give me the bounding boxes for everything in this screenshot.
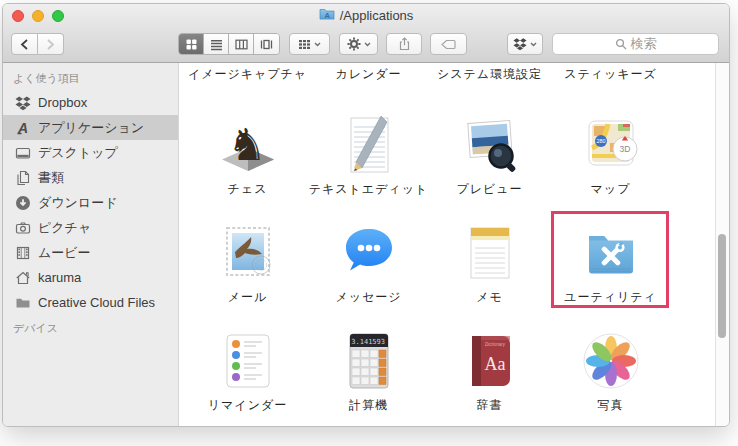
sidebar-item-label: デスクトップ [38, 144, 118, 162]
sidebar-item-label: ムービー [38, 244, 91, 262]
sidebar-item-movies[interactable]: ムービー [3, 240, 178, 265]
arrange-menu-button[interactable] [289, 33, 330, 55]
app-calculator[interactable]: 3.141593 [308, 329, 429, 413]
sidebar-item-dropbox[interactable]: Dropbox [3, 90, 178, 115]
gear-icon [347, 37, 361, 51]
app-row: リマインダー 3.141593 [187, 329, 715, 413]
coverflow-view-icon [260, 38, 273, 51]
back-button[interactable] [11, 33, 38, 55]
view-mode-segmented-control [178, 33, 280, 55]
calculator-icon: 3.141593 [337, 329, 401, 393]
sidebar-item-label: ダウンロード [38, 194, 118, 212]
chevron-down-icon [530, 42, 537, 47]
app-system-preferences[interactable]: システム環境設定 [429, 67, 550, 82]
chess-icon: ♞ [216, 113, 280, 177]
finder-window: A /Applications [2, 3, 730, 427]
icon-view-button[interactable] [179, 34, 204, 54]
sidebar-item-desktop[interactable]: デスクトップ [3, 140, 178, 165]
mail-icon [216, 221, 280, 285]
chevron-down-icon [314, 42, 321, 47]
sidebar-item-pictures[interactable]: ピクチャ [3, 215, 178, 240]
app-reminders[interactable]: リマインダー [187, 329, 308, 413]
app-utilities[interactable]: ユーティリティ [550, 221, 671, 305]
sidebar-item-applications[interactable]: A アプリケーション [3, 115, 178, 140]
app-row: イメージキャプチャ カレンダー システム環境設定 スティッキーズ [187, 67, 715, 82]
sidebar-section-devices: デバイス [3, 321, 178, 340]
search-placeholder: 検索 [631, 35, 657, 53]
sidebar-item-label: アプリケーション [38, 119, 144, 137]
coverflow-view-button[interactable] [254, 34, 279, 54]
filmstrip-icon [15, 245, 31, 261]
tag-icon [441, 39, 456, 50]
photos-icon [579, 329, 643, 393]
dropbox-icon [513, 37, 527, 51]
arrange-icon [298, 38, 311, 51]
svg-text:Dictionary: Dictionary [484, 342, 505, 347]
list-view-button[interactable] [204, 34, 229, 54]
dropbox-icon [15, 95, 31, 111]
app-image-capture[interactable]: イメージキャプチャ [187, 67, 308, 82]
maps-icon: 280 3D [579, 113, 643, 177]
camera-icon [15, 220, 31, 236]
folder-icon [15, 295, 31, 311]
sidebar: よく使う項目 Dropbox A アプリケーション デスクトップ [3, 63, 179, 426]
search-input[interactable]: 検索 [552, 33, 719, 55]
svg-text:3.141593: 3.141593 [351, 338, 385, 346]
window-header: A /Applications [3, 4, 729, 63]
share-button[interactable] [386, 33, 422, 55]
app-mail[interactable]: メール [187, 221, 308, 305]
file-grid: イメージキャプチャ カレンダー システム環境設定 スティッキーズ ♞ チェス [179, 63, 715, 426]
sidebar-item-documents[interactable]: 書類 [3, 165, 178, 190]
titlebar[interactable]: A /Applications [3, 4, 729, 26]
dictionary-icon: Dictionary Aa [458, 329, 522, 393]
app-stickies[interactable]: スティッキーズ [550, 67, 671, 82]
dropbox-menu-button[interactable] [507, 33, 543, 55]
app-notes[interactable]: メモ [429, 221, 550, 305]
textedit-icon [337, 113, 401, 177]
downloads-icon [15, 195, 31, 211]
column-view-button[interactable] [229, 34, 254, 54]
toolbar: 検索 [3, 26, 729, 62]
app-calendar[interactable]: カレンダー [308, 67, 429, 82]
sidebar-item-label: ピクチャ [38, 219, 91, 237]
chevron-down-icon [364, 42, 371, 47]
app-chess[interactable]: ♞ チェス [187, 113, 308, 197]
action-menu-button[interactable] [339, 33, 378, 55]
close-window-button[interactable] [12, 10, 24, 22]
svg-text:3D: 3D [619, 144, 630, 154]
reminders-icon [216, 329, 280, 393]
sidebar-item-creative-cloud-files[interactable]: Creative Cloud Files [3, 290, 178, 315]
grid-view-icon [185, 38, 198, 51]
scrollbar-track[interactable] [715, 63, 729, 426]
minimize-window-button[interactable] [32, 10, 44, 22]
sidebar-item-home[interactable]: karuma [3, 265, 178, 290]
messages-icon [337, 221, 401, 285]
sidebar-item-label: karuma [38, 270, 81, 285]
app-dictionary[interactable]: Dictionary Aa 辞書 [429, 329, 550, 413]
applications-icon: A [15, 120, 31, 136]
search-icon [615, 38, 627, 50]
app-preview[interactable]: プレビュー [429, 113, 550, 197]
app-textedit[interactable]: テキストエディット [308, 113, 429, 197]
chevron-right-icon [46, 39, 55, 50]
svg-text:Aa: Aa [484, 354, 505, 374]
share-icon [398, 37, 411, 51]
scrollbar-thumb[interactable] [718, 234, 726, 338]
app-messages[interactable]: メッセージ [308, 221, 429, 305]
app-photos[interactable]: 写真 [550, 329, 671, 413]
zoom-window-button[interactable] [52, 10, 64, 22]
applications-folder-proxy-icon: A [319, 7, 335, 23]
tag-button[interactable] [430, 33, 467, 55]
sidebar-item-label: Dropbox [38, 95, 87, 110]
preview-icon [458, 113, 522, 177]
svg-text:280: 280 [596, 138, 605, 144]
svg-text:A: A [324, 11, 330, 20]
chevron-left-icon [20, 39, 29, 50]
sidebar-item-downloads[interactable]: ダウンロード [3, 190, 178, 215]
app-row: メール メッセージ [187, 221, 715, 305]
sidebar-section-favorites: よく使う項目 [3, 71, 178, 90]
column-view-icon [235, 38, 248, 51]
window-title: /Applications [340, 8, 414, 23]
forward-button[interactable] [38, 33, 64, 55]
app-maps[interactable]: 280 3D マップ [550, 113, 671, 197]
